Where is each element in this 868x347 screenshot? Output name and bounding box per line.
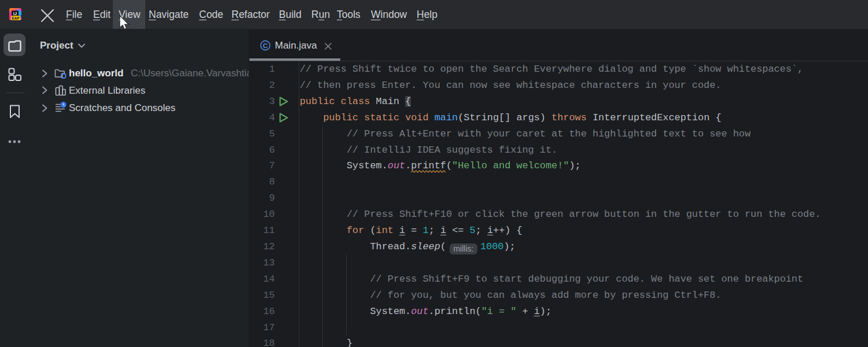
svg-text:EAP: EAP xyxy=(12,16,20,20)
svg-text:C: C xyxy=(263,42,267,49)
